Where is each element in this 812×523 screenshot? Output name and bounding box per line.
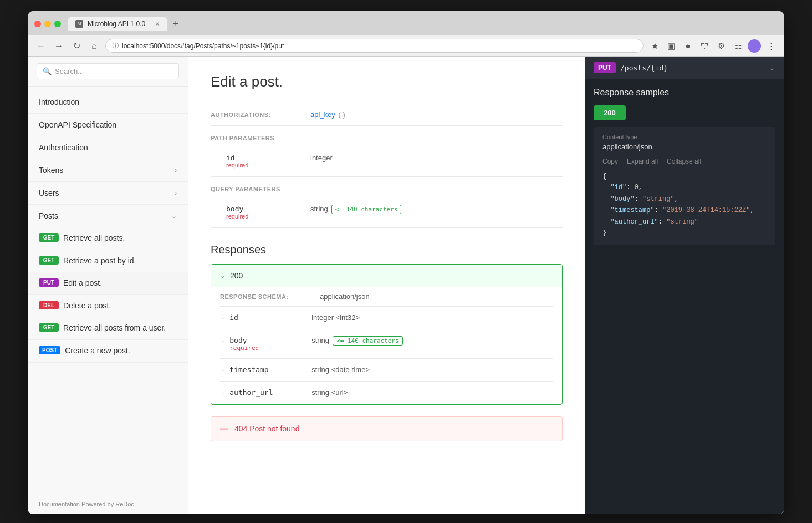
chevron-down-icon: ⌄ — [220, 272, 226, 280]
sidebar-item-label: OpenAPI Specification — [39, 120, 116, 129]
close-button[interactable] — [34, 21, 41, 27]
search-input[interactable]: 🔍 Search... — [37, 63, 179, 79]
param-connector: — — [211, 155, 217, 163]
sidebar-item-posts[interactable]: Posts ⌄ — [28, 205, 188, 227]
sidebar-item-tokens[interactable]: Tokens › — [28, 159, 188, 182]
menu-button[interactable]: ⋮ — [764, 39, 778, 53]
param-name: body — [226, 205, 243, 213]
bookmark-button[interactable]: ★ — [648, 39, 661, 53]
sidebar-item-label: Delete a post. — [63, 301, 177, 312]
authorizations-row: AUTHORIZATIONS: api_key ( ) — [211, 104, 563, 126]
sidebar-item-introduction[interactable]: Introduction — [28, 91, 188, 114]
sidebar-item-retrieve-post-by-id[interactable]: GET Retrieve a post by id. — [28, 250, 188, 273]
forward-button[interactable]: → — [52, 39, 65, 53]
field-name: author_url — [229, 388, 307, 397]
fullscreen-button[interactable] — [54, 21, 61, 27]
authorizations-value: api_key ( ) — [310, 110, 563, 119]
sidebar-item-authentication[interactable]: Authentication — [28, 136, 188, 159]
extension-button-5[interactable]: ⚏ — [731, 39, 744, 53]
extension-button-1[interactable]: ▣ — [665, 39, 678, 53]
put-badge: PUT — [39, 278, 59, 287]
get-badge: GET — [39, 233, 59, 242]
query-param-body: — body required string<= 140 characters — [211, 197, 563, 228]
response-404-code-num: 404 — [234, 424, 247, 433]
browser-tab[interactable]: M Microblog API 1.0.0 × — [68, 17, 167, 31]
sidebar-item-label: Retrieve a post by id. — [63, 256, 177, 267]
response-schema-label: RESPONSE SCHEMA: — [220, 293, 320, 300]
get-badge: GET — [39, 323, 59, 332]
back-button[interactable]: ← — [34, 39, 48, 53]
content-type-label: Content type — [602, 134, 767, 140]
schema-field-timestamp: ├ timestamp string <date-time> — [220, 359, 553, 382]
connector-icon: ├ — [220, 314, 224, 322]
search-placeholder: Search... — [55, 67, 84, 75]
post-badge: POST — [39, 346, 60, 354]
extension-button-2[interactable]: ● — [681, 39, 694, 53]
response-200-header[interactable]: ⌄ 200 — [211, 265, 562, 287]
response-samples-title: Response samples — [594, 88, 775, 98]
connector-icon: ├ — [220, 337, 224, 345]
sidebar-item-label: Introduction — [39, 98, 79, 106]
status-200-button[interactable]: 200 — [594, 105, 626, 120]
extension-button-4[interactable]: ⚙ — [714, 39, 728, 53]
sidebar-item-edit-post[interactable]: PUT Edit a post. — [28, 272, 188, 295]
main-content: Edit a post. AUTHORIZATIONS: api_key ( )… — [188, 57, 585, 514]
auth-link[interactable]: api_key — [310, 110, 335, 119]
new-tab-button[interactable]: + — [170, 18, 182, 30]
field-name: timestamp — [229, 365, 307, 374]
sidebar-item-create-post[interactable]: POST Create a new post. — [28, 340, 188, 363]
sidebar-item-retrieve-all-posts-user[interactable]: GET Retrieve all posts from a user. — [28, 317, 188, 340]
extension-button-3[interactable]: 🛡 — [698, 39, 711, 53]
sidebar: 🔍 Search... Introduction OpenAPI Specifi… — [28, 57, 188, 514]
responses-title: Responses — [211, 243, 563, 256]
sidebar-item-label: Posts — [39, 211, 58, 220]
code-actions: Copy Expand all Collapse all — [602, 158, 767, 165]
param-connector: — — [211, 206, 217, 214]
copy-button[interactable]: Copy — [602, 158, 618, 165]
param-name: id — [226, 154, 235, 162]
connector-icon: ├ — [220, 367, 224, 374]
avatar[interactable] — [748, 39, 761, 53]
minimize-button[interactable] — [44, 21, 51, 27]
right-panel-header: PUT /posts/{id} ⌄ — [585, 57, 784, 79]
redoc-footer[interactable]: Documentation Powered by ReDoc — [28, 494, 188, 514]
collapse-all-button[interactable]: Collapse all — [667, 158, 701, 165]
param-name-block: id required — [226, 154, 304, 169]
chevron-right-icon: › — [175, 189, 177, 197]
sidebar-item-label: Create a new post. — [65, 346, 177, 357]
right-panel: PUT /posts/{id} ⌄ Response samples 200 C… — [585, 57, 784, 514]
chevron-right-icon: › — [175, 166, 177, 174]
content-type-section: Content type application/json Copy Expan… — [594, 127, 775, 245]
response-200-block: ⌄ 200 RESPONSE SCHEMA: application/json … — [211, 264, 563, 405]
path-params-header: PATH PARAMETERS — [211, 126, 563, 146]
field-type: string<= 140 characters — [311, 336, 553, 346]
response-404-dash: — — [220, 424, 228, 433]
sidebar-item-label: Edit a post. — [63, 278, 177, 289]
put-badge: PUT — [594, 62, 616, 73]
sidebar-item-delete-post[interactable]: DEL Delete a post. — [28, 295, 188, 318]
field-required: required — [229, 344, 307, 352]
sidebar-item-openapi[interactable]: OpenAPI Specification — [28, 114, 188, 136]
url-text: localhost:5000/docs#tag/Posts/paths/~1po… — [122, 42, 284, 50]
tab-close-button[interactable]: × — [155, 20, 160, 28]
chevron-down-icon: ⌄ — [171, 212, 177, 220]
sidebar-item-label: Retrieve all posts from a user. — [63, 323, 177, 334]
tab-favicon: M — [75, 20, 83, 28]
search-icon: 🔍 — [43, 67, 52, 75]
auth-parens: ( ) — [338, 110, 345, 119]
schema-field-author-url: └ author_url string <url> — [220, 382, 553, 404]
content-type-value: application/json — [602, 143, 767, 151]
address-bar[interactable]: ⓘ localhost:5000/docs#tag/Posts/paths/~1… — [105, 39, 644, 53]
sidebar-item-label: Users — [39, 189, 59, 197]
response-schema-value: application/json — [320, 292, 370, 301]
field-constraint: <= 140 characters — [333, 336, 403, 346]
tab-title: Microblog API 1.0.0 — [88, 20, 145, 28]
sidebar-item-retrieve-all-posts[interactable]: GET Retrieve all posts. — [28, 227, 188, 250]
authorizations-label: AUTHORIZATIONS: — [211, 111, 310, 118]
expand-all-button[interactable]: Expand all — [627, 158, 658, 165]
sidebar-item-users[interactable]: Users › — [28, 182, 188, 205]
response-samples-section: Response samples 200 Content type applic… — [585, 79, 784, 254]
chevron-down-icon[interactable]: ⌄ — [769, 63, 775, 72]
home-button[interactable]: ⌂ — [88, 39, 101, 53]
reload-button[interactable]: ↻ — [70, 39, 83, 53]
